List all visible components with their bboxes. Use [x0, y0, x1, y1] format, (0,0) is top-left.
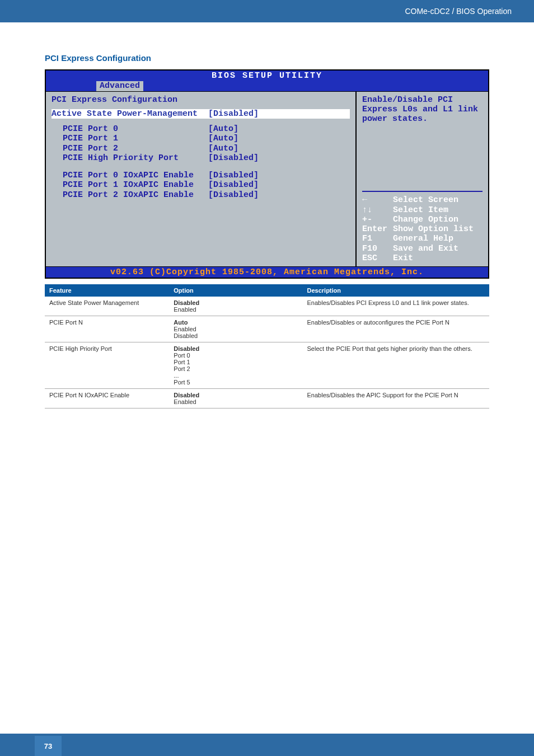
bios-setting-label: PCIE High Priority Port: [63, 153, 208, 163]
cell-option: DisabledEnabled: [169, 389, 302, 408]
bios-selected-value: [Disabled]: [208, 109, 259, 119]
key-action: Select Item: [393, 205, 448, 215]
bios-setting-row[interactable]: PCIE High Priority Port[Disabled]: [51, 153, 350, 163]
cell-option: DisabledEnabled: [169, 297, 302, 316]
table-row: PCIE Port NAutoEnabledDisabledEnables/Di…: [45, 316, 489, 342]
bios-setting-row[interactable]: PCIE Port 1 IOxAPIC Enable[Disabled]: [51, 180, 350, 190]
bios-key-row: EnterShow Option list: [362, 224, 483, 234]
bios-setting-label: PCIE Port 2 IOxAPIC Enable: [63, 190, 208, 200]
page-footer: 73: [0, 734, 534, 756]
page-content: PCI Express Configuration BIOS SETUP UTI…: [0, 22, 534, 408]
key-action: Select Screen: [393, 195, 458, 205]
cell-feature: PCIE Port N: [45, 316, 169, 342]
key-name: Enter: [362, 224, 393, 234]
th-feature: Feature: [45, 284, 169, 297]
bios-tab-bar: Advanced: [46, 81, 488, 91]
key-action: General Help: [393, 234, 453, 243]
bios-title: BIOS SETUP UTILITY: [46, 71, 488, 81]
bios-setting-value: [Disabled]: [208, 180, 259, 190]
bios-screenshot: BIOS SETUP UTILITY Advanced PCI Express …: [45, 69, 489, 279]
cell-option: AutoEnabledDisabled: [169, 316, 302, 342]
bios-setting-value: [Disabled]: [208, 190, 259, 200]
bios-setting-row[interactable]: PCIE Port 2 IOxAPIC Enable[Disabled]: [51, 190, 350, 200]
bios-setting-row[interactable]: PCIE Port 0 IOxAPIC Enable[Disabled]: [51, 171, 350, 180]
bios-key-legend: ←Select Screen↑↓Select Item+-Change Opti…: [362, 195, 483, 263]
bios-key-row: F1General Help: [362, 234, 483, 243]
table-header-row: Feature Option Description: [45, 284, 489, 297]
bios-footer: v02.63 (C)Copyright 1985-2008, American …: [46, 266, 488, 278]
bios-right-panel: Enable/Disable PCI Express L0s and L1 li…: [357, 92, 488, 267]
bios-setting-value: [Disabled]: [208, 171, 259, 180]
bios-key-row: +-Change Option: [362, 215, 483, 224]
key-name: ↑↓: [362, 205, 393, 215]
breadcrumb: COMe-cDC2 / BIOS Operation: [405, 7, 512, 16]
th-option: Option: [169, 284, 302, 297]
section-title: PCI Express Configuration: [45, 53, 489, 63]
cell-description: Enables/Disables the APIC Support for th…: [303, 389, 490, 408]
key-name: +-: [362, 215, 393, 224]
bios-setting-label: PCIE Port 1 IOxAPIC Enable: [63, 180, 208, 190]
cell-feature: PCIE Port N IOxAPIC Enable: [45, 389, 169, 408]
table-row: Active State Power ManagementDisabledEna…: [45, 297, 489, 316]
bios-key-row: F10Save and Exit: [362, 244, 483, 253]
bios-key-row: ↑↓Select Item: [362, 205, 483, 215]
bios-panel-title: PCI Express Configuration: [51, 95, 350, 105]
bios-setting-label: PCIE Port 0 IOxAPIC Enable: [63, 171, 208, 180]
cell-description: Enables/Disables PCI Express L0 and L1 l…: [303, 297, 490, 316]
bios-help-text: Enable/Disable PCI Express L0s and L1 li…: [362, 95, 483, 124]
bios-setting-value: [Disabled]: [208, 153, 259, 163]
key-action: Save and Exit: [393, 244, 458, 253]
cell-feature: Active State Power Management: [45, 297, 169, 316]
bios-body: PCI Express Configuration Active State P…: [46, 91, 488, 267]
feature-table: Feature Option Description Active State …: [45, 284, 489, 408]
key-name: ←: [362, 195, 393, 205]
cell-description: Enables/Disables or autoconfigures the P…: [303, 316, 490, 342]
page-number: 73: [35, 736, 62, 756]
th-description: Description: [303, 284, 490, 297]
cell-feature: PCIE High Priority Port: [45, 342, 169, 389]
bios-setting-row[interactable]: PCIE Port 0[Auto]: [51, 124, 350, 134]
key-action: Show Option list: [393, 224, 474, 234]
bios-setting-row[interactable]: PCIE Port 1[Auto]: [51, 134, 350, 143]
key-action: Change Option: [393, 215, 458, 224]
table-row: PCIE Port N IOxAPIC EnableDisabledEnable…: [45, 389, 489, 408]
divider: [362, 191, 483, 192]
bios-left-panel: PCI Express Configuration Active State P…: [46, 92, 357, 267]
bios-setting-value: [Auto]: [208, 124, 238, 134]
bios-selected-row[interactable]: Active State Power-Management [Disabled]: [51, 109, 350, 119]
cell-description: Select the PCIE Port that gets higher pr…: [303, 342, 490, 389]
key-name: F10: [362, 244, 393, 253]
key-action: Exit: [393, 253, 413, 263]
bios-tab-advanced[interactable]: Advanced: [96, 81, 143, 91]
table-row: PCIE High Priority PortDisabledPort 0Por…: [45, 342, 489, 389]
bios-setting-row[interactable]: PCIE Port 2[Auto]: [51, 144, 350, 153]
bios-key-row: ←Select Screen: [362, 195, 483, 205]
bios-selected-label: Active State Power-Management: [51, 109, 208, 119]
bios-setting-value: [Auto]: [208, 144, 238, 153]
bios-setting-value: [Auto]: [208, 134, 238, 143]
cell-option: DisabledPort 0Port 1Port 2...Port 5: [169, 342, 302, 389]
key-name: ESC: [362, 253, 393, 263]
key-name: F1: [362, 234, 393, 243]
bios-key-row: ESCExit: [362, 253, 483, 263]
bios-setting-label: PCIE Port 2: [63, 144, 208, 153]
page-header: COMe-cDC2 / BIOS Operation: [0, 0, 534, 22]
bios-setting-label: PCIE Port 0: [63, 124, 208, 134]
bios-setting-label: PCIE Port 1: [63, 134, 208, 143]
